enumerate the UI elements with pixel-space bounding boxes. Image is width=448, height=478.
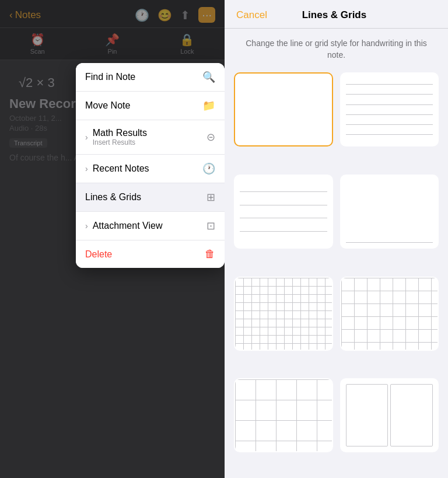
attachment-view-label: Attachment View: [93, 221, 163, 231]
recent-notes-label: Recent Notes: [93, 163, 149, 174]
more-icon[interactable]: ···: [198, 7, 215, 23]
emoji-icon[interactable]: 😊: [158, 8, 172, 22]
option-narrow-lined[interactable]: [340, 72, 439, 146]
grid-options-container: [225, 68, 448, 478]
panel-header: Cancel Lines & Grids: [225, 0, 448, 29]
option-columns[interactable]: [340, 378, 439, 452]
wide-line-3: [240, 218, 327, 218]
scan-button[interactable]: ⏰ Scan: [30, 33, 45, 55]
menu-item-recent-notes[interactable]: › Recent Notes 🕐: [76, 155, 225, 183]
lock-icon: 🔒: [180, 33, 194, 47]
attachment-chevron-icon: ›: [85, 221, 88, 231]
recent-chevron-icon: ›: [85, 164, 88, 173]
panel-title: Lines & Grids: [302, 9, 367, 21]
pin-icon: 📌: [105, 33, 120, 47]
line-1: [346, 84, 433, 85]
math-results-sublabel: Insert Results: [93, 138, 147, 146]
menu-item-delete[interactable]: Delete 🗑: [76, 240, 225, 268]
line-5: [346, 124, 433, 125]
menu-item-find-in-note[interactable]: Find in Note 🔍: [76, 63, 225, 92]
panel-description: Change the line or grid style for handwr…: [225, 29, 448, 68]
line-3: [346, 104, 433, 105]
delete-label: Delete: [85, 249, 112, 260]
attachment-icon: ⊡: [206, 219, 215, 232]
line-6: [346, 134, 433, 135]
scan-icon: ⏰: [30, 33, 45, 47]
math-results-label: Math Results: [93, 128, 147, 138]
option-bottom-line[interactable]: [340, 175, 439, 249]
note-badge: Transcript: [9, 138, 47, 148]
notes-panel: ‹ Notes 🕐 😊 ⬆ ··· ⏰ Scan 📌 Pin 🔒 Loc: [0, 0, 225, 478]
menu-item-math-results[interactable]: › Math Results Insert Results ⊝: [76, 120, 225, 155]
clock-menu-icon: 🕐: [202, 162, 215, 175]
move-note-label: Move Note: [85, 100, 130, 111]
folder-icon: 📁: [202, 99, 215, 112]
scan-label: Scan: [30, 48, 45, 55]
option-small-grid[interactable]: [234, 277, 333, 351]
line-4: [346, 114, 433, 115]
back-chevron-icon: ‹: [9, 9, 13, 21]
line-2: [346, 94, 433, 95]
pin-button[interactable]: 📌 Pin: [105, 33, 120, 55]
option-wide-lined[interactable]: [234, 175, 333, 249]
col-1: [346, 384, 388, 446]
equals-icon: ⊝: [206, 131, 215, 144]
wide-line-1: [240, 191, 327, 192]
col-2: [390, 384, 433, 446]
lock-label: Lock: [180, 48, 194, 55]
wide-line-4: [240, 231, 327, 232]
lock-button[interactable]: 🔒 Lock: [180, 33, 194, 55]
find-in-note-label: Find in Note: [85, 72, 135, 82]
bottom-line: [346, 242, 433, 243]
trash-icon: 🗑: [205, 248, 215, 260]
menu-item-attachment-view[interactable]: › Attachment View ⊡: [76, 212, 225, 240]
wide-line-2: [240, 205, 327, 205]
header-icons: 🕐 😊 ⬆ ···: [135, 7, 215, 23]
option-large-grid[interactable]: [234, 378, 333, 452]
context-menu: Find in Note 🔍 Move Note 📁 › Math Result…: [76, 63, 225, 268]
option-blank[interactable]: [234, 72, 333, 146]
search-icon: 🔍: [202, 71, 215, 83]
lines-grids-label: Lines & Grids: [85, 192, 141, 203]
cancel-button[interactable]: Cancel: [236, 9, 267, 21]
grid-menu-icon: ⊞: [206, 191, 215, 204]
lines-grids-panel: Cancel Lines & Grids Change the line or …: [225, 0, 448, 478]
back-label: Notes: [15, 9, 41, 21]
notes-header: ‹ Notes 🕐 😊 ⬆ ···: [0, 0, 225, 28]
share-icon[interactable]: ⬆: [180, 8, 190, 22]
clock-icon[interactable]: 🕐: [135, 8, 149, 22]
menu-item-move-note[interactable]: Move Note 📁: [76, 92, 225, 120]
notes-toolbar: ⏰ Scan 📌 Pin 🔒 Lock: [0, 28, 225, 60]
menu-item-lines-grids[interactable]: Lines & Grids ⊞: [76, 183, 225, 212]
pin-label: Pin: [108, 48, 117, 55]
back-button[interactable]: ‹ Notes: [9, 9, 41, 21]
option-medium-grid[interactable]: [340, 277, 439, 351]
math-chevron-icon: ›: [85, 132, 88, 142]
